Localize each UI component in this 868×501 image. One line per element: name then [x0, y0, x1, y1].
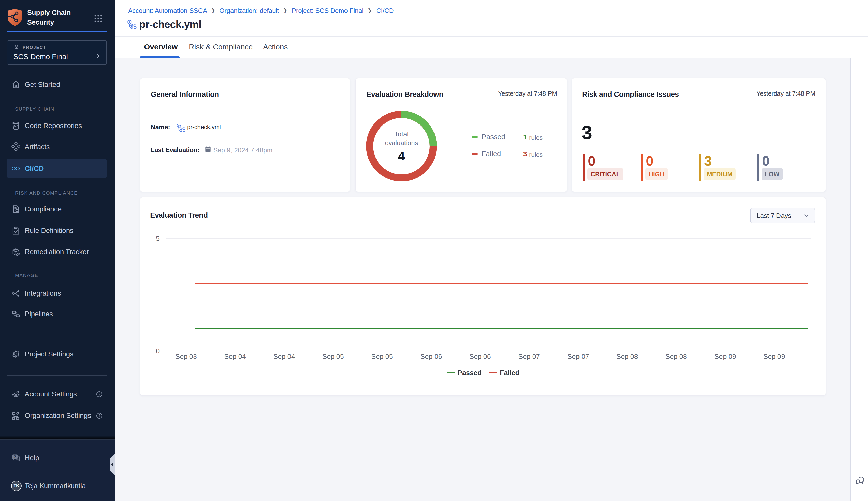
- svg-text:Sep 03: Sep 03: [175, 353, 197, 360]
- svg-text:Sep 09: Sep 09: [763, 353, 785, 360]
- svg-text:Sep 06: Sep 06: [469, 353, 491, 360]
- svg-text:Sep 05: Sep 05: [371, 353, 393, 360]
- svg-text:Sep 04: Sep 04: [224, 353, 246, 360]
- svg-text:Sep 09: Sep 09: [714, 353, 736, 360]
- svg-text:Failed: Failed: [500, 369, 520, 377]
- svg-text:Passed: Passed: [458, 369, 482, 377]
- svg-text:Sep 05: Sep 05: [322, 353, 344, 360]
- svg-text:Sep 08: Sep 08: [665, 353, 687, 360]
- svg-text:5: 5: [156, 235, 160, 243]
- svg-text:Sep 07: Sep 07: [518, 353, 540, 360]
- svg-text:?: ?: [14, 455, 16, 459]
- svg-text:Sep 04: Sep 04: [273, 353, 295, 360]
- svg-text:Sep 08: Sep 08: [616, 353, 638, 360]
- svg-text:0: 0: [156, 347, 160, 355]
- svg-text:Sep 07: Sep 07: [567, 353, 589, 360]
- svg-text:Sep 06: Sep 06: [420, 353, 442, 360]
